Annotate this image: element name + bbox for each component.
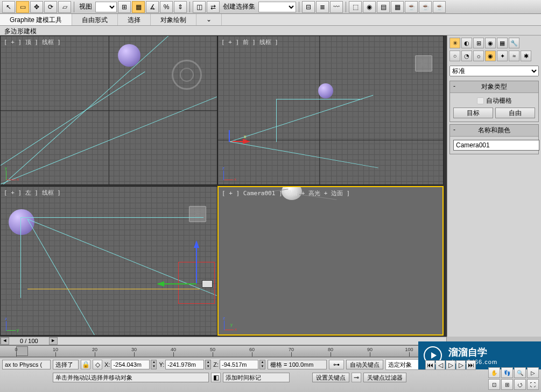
cameras-icon[interactable]: ◉ <box>485 51 496 61</box>
tab-select[interactable]: 选择 <box>118 14 151 25</box>
cursor-icon[interactable]: ↖ <box>2 1 15 13</box>
scale-icon[interactable]: ▱ <box>58 1 71 13</box>
viewcube-icon[interactable]: 前 <box>415 55 432 72</box>
viewcube-icon[interactable]: 左 <box>189 206 206 222</box>
helpers-icon[interactable]: ✦ <box>497 51 508 61</box>
systems-icon[interactable]: ✱ <box>521 51 531 61</box>
viewport-left[interactable]: [ + ] 左 ] 线框 ] 左 y z <box>0 186 217 336</box>
key-filters-button[interactable]: 关键点过滤器 <box>363 373 406 382</box>
target-camera-button[interactable]: 目标 <box>453 108 493 118</box>
viewport-label[interactable]: [ + ] Camera001 ] 平滑 + 高光 + 边面 ] <box>222 189 350 197</box>
subcategory-select[interactable]: 标准 <box>449 66 539 76</box>
view-select[interactable] <box>95 2 117 12</box>
time-slider-handle[interactable] <box>16 346 28 356</box>
time-tag-icon[interactable]: ◧ <box>211 373 221 382</box>
frame-scrollbar[interactable]: ◄ 0 / 100 ► <box>0 337 447 345</box>
render-prod-icon[interactable]: ☕ <box>433 1 446 13</box>
spinner-snap-icon[interactable]: ⇕ <box>174 1 187 13</box>
render-icon[interactable]: ☕ <box>405 1 418 13</box>
sphere-object[interactable] <box>318 83 333 98</box>
y-spinner[interactable]: ▲▼ <box>205 360 211 369</box>
key-mode-icon[interactable]: ⊶ <box>329 360 344 369</box>
display-tab-icon[interactable]: ▦ <box>497 38 508 48</box>
align-icon[interactable]: ⊟ <box>302 1 315 13</box>
goto-start-icon[interactable]: ⏮ <box>425 360 435 370</box>
script-listener[interactable]: ax to Physcs ( <box>2 360 51 369</box>
render-setup-icon[interactable]: ▤ <box>377 1 390 13</box>
x-spinner[interactable]: ▲▼ <box>151 360 157 369</box>
render-frame-icon[interactable]: ▦ <box>391 1 404 13</box>
viewport-top[interactable]: [ + ] 顶 ] 线框 ] x y <box>0 35 217 185</box>
viewport-label[interactable]: [ + ] 顶 ] 线框 ] <box>4 38 61 46</box>
object-name-input[interactable] <box>453 140 539 151</box>
set-key-button[interactable]: 设置关键点 <box>312 373 349 382</box>
hierarchy-tab-icon[interactable]: ⊞ <box>473 38 484 48</box>
viewport-label[interactable]: [ + ] 左 ] 线框 ] <box>4 189 61 197</box>
modify-tab-icon[interactable]: ◐ <box>461 38 472 48</box>
utilities-tab-icon[interactable]: 🔧 <box>509 38 519 48</box>
viewport-camera[interactable]: [ + ] Camera001 ] 平滑 + 高光 + 边面 ] x z y <box>217 186 444 336</box>
z-coord-input[interactable] <box>220 360 258 369</box>
zoom-icon[interactable]: 🔍 <box>514 367 526 378</box>
zoom-extents-icon[interactable]: ⊞ <box>501 379 513 390</box>
sel-set-select[interactable] <box>258 2 296 12</box>
tab-expand[interactable]: ⌄ <box>196 14 222 25</box>
pan-icon[interactable]: ✋ <box>488 367 500 378</box>
layers-icon[interactable]: ≣ <box>316 1 329 13</box>
motion-tab-icon[interactable]: ◉ <box>485 38 496 48</box>
rollout-header[interactable]: -名称和颜色 <box>450 125 538 137</box>
tab-paint[interactable]: 对象绘制 <box>151 14 196 25</box>
walk-icon[interactable]: 👣 <box>501 367 513 378</box>
shapes-icon[interactable]: ◔ <box>461 51 472 61</box>
scroll-track[interactable] <box>58 337 446 345</box>
y-coord-input[interactable] <box>165 360 204 369</box>
free-camera-button[interactable]: 自由 <box>495 108 535 118</box>
schematic-icon[interactable]: ⬚ <box>349 1 362 13</box>
viewport-label[interactable]: [ + ] 前 ] 线框 ] <box>221 38 278 46</box>
sphere-object[interactable] <box>9 209 34 235</box>
autogrid-checkbox[interactable] <box>477 97 484 104</box>
lock-icon[interactable]: 🔒 <box>81 360 90 369</box>
add-time-tag[interactable]: 添加时间标记 <box>223 373 290 382</box>
tab-freeform[interactable]: 自由形式 <box>72 14 118 25</box>
rotate-icon[interactable]: ⟳ <box>44 1 57 13</box>
fov-icon[interactable]: ▷ <box>527 367 539 378</box>
lights-icon[interactable]: ☼ <box>473 51 484 61</box>
ribbon-sub[interactable]: 多边形建模 <box>0 26 541 35</box>
camera-icon[interactable] <box>202 280 213 288</box>
next-frame-icon[interactable]: ▷ <box>456 360 466 370</box>
tab-graphite[interactable]: Graphite 建模工具 <box>0 14 72 25</box>
prev-frame-icon[interactable]: ◁ <box>435 360 445 370</box>
z-spinner[interactable]: ▲▼ <box>259 360 265 369</box>
material-icon[interactable]: ◉ <box>363 1 376 13</box>
named-sel-icon[interactable]: ◫ <box>193 1 206 13</box>
render-last-icon[interactable]: ☕ <box>419 1 432 13</box>
zoom-all-icon[interactable]: ⊡ <box>488 379 500 390</box>
isolate-icon[interactable]: ◇ <box>93 360 102 369</box>
gizmo-z[interactable] <box>229 130 230 142</box>
geometry-icon[interactable]: ○ <box>449 51 460 61</box>
spacewarps-icon[interactable]: ≈ <box>509 51 519 61</box>
move-icon[interactable]: ✥ <box>30 1 43 13</box>
maximize-icon[interactable]: ⛶ <box>527 379 539 390</box>
auto-key-button[interactable]: 自动关键点 <box>346 360 383 369</box>
angle-snap-icon[interactable]: ∡ <box>146 1 159 13</box>
mirror-icon[interactable]: ⇄ <box>207 1 220 13</box>
curve-editor-icon[interactable]: 〰 <box>330 1 343 13</box>
create-tab-icon[interactable]: ✳ <box>449 38 460 48</box>
percent-snap-icon[interactable]: % <box>160 1 173 13</box>
snap-toggle-icon[interactable]: ▦ <box>132 1 145 13</box>
snap-icon[interactable]: ⊞ <box>118 1 131 13</box>
scroll-left-icon[interactable]: ◄ <box>1 337 9 345</box>
steering-wheel-icon[interactable] <box>172 60 202 90</box>
gizmo-y[interactable] <box>162 283 196 284</box>
rollout-header[interactable]: -对象类型 <box>450 81 538 93</box>
key-icon[interactable]: ⊸ <box>352 373 361 382</box>
x-coord-input[interactable] <box>111 360 150 369</box>
time-ruler[interactable]: 0102030405060708090100 <box>0 345 447 357</box>
orbit-icon[interactable]: ⭯ <box>514 379 526 390</box>
scroll-right-icon[interactable]: ► <box>49 337 58 345</box>
play-icon[interactable]: ▷ <box>446 360 455 370</box>
goto-end-icon[interactable]: ⏭ <box>466 360 476 370</box>
viewport-front[interactable]: [ + ] 前 ] 线框 ] 前 x x z <box>217 35 444 185</box>
